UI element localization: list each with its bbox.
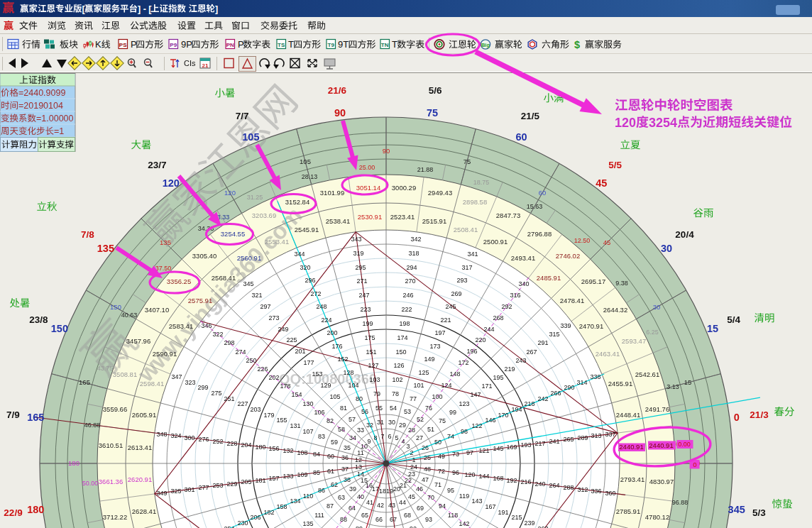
svg-text:241: 241	[549, 438, 559, 445]
svg-text:82: 82	[327, 417, 334, 424]
svg-text:150: 150	[51, 323, 68, 334]
svg-text:194: 194	[511, 406, 522, 413]
svg-text:21/5: 21/5	[521, 111, 540, 121]
svg-text:120: 120	[224, 189, 236, 197]
svg-text:197: 197	[434, 329, 445, 336]
svg-text:202: 202	[268, 374, 279, 381]
svg-text:90: 90	[383, 147, 390, 155]
svg-text:T9: T9	[328, 42, 335, 48]
svg-text:300: 300	[184, 434, 194, 441]
svg-text:119: 119	[459, 493, 469, 500]
svg-text:169: 169	[506, 444, 517, 451]
svg-text:242: 242	[537, 395, 548, 402]
svg-text:66: 66	[375, 516, 383, 523]
svg-text:345: 345	[728, 504, 745, 515]
svg-text:31: 31	[377, 419, 384, 426]
svg-text:175: 175	[364, 334, 375, 341]
svg-text:43: 43	[388, 502, 395, 509]
svg-text:63: 63	[338, 494, 345, 501]
svg-text:128: 128	[343, 369, 353, 376]
svg-text:79: 79	[373, 390, 380, 397]
svg-text:181: 181	[255, 477, 265, 484]
svg-text:171: 171	[481, 383, 492, 390]
svg-text:200: 200	[327, 329, 337, 336]
svg-text:32: 32	[366, 422, 373, 429]
svg-text:3101.99: 3101.99	[320, 189, 344, 197]
svg-text:301: 301	[184, 486, 194, 493]
svg-text:150: 150	[395, 348, 406, 356]
svg-text:2593.47: 2593.47	[622, 337, 646, 345]
svg-text:101: 101	[413, 382, 424, 389]
svg-text:155: 155	[276, 417, 287, 424]
svg-text:70: 70	[427, 494, 434, 501]
svg-text:240: 240	[534, 480, 545, 488]
svg-text:230: 230	[237, 519, 248, 527]
svg-text:5/4: 5/4	[727, 314, 740, 325]
svg-text:9.38: 9.38	[615, 280, 628, 287]
svg-text:35: 35	[344, 444, 351, 451]
svg-text:168: 168	[493, 475, 503, 482]
svg-text:2568.41: 2568.41	[212, 274, 236, 282]
svg-text:2583.41: 2583.41	[169, 322, 193, 330]
svg-text:173: 173	[429, 343, 440, 350]
svg-text:135: 135	[160, 238, 171, 246]
svg-text:50: 50	[434, 439, 441, 446]
svg-text:55: 55	[375, 405, 383, 412]
svg-text:2785.91: 2785.91	[616, 507, 640, 515]
svg-text:22: 22	[405, 477, 412, 484]
svg-text:243: 243	[515, 357, 526, 364]
svg-text:18.75: 18.75	[473, 179, 490, 186]
svg-text:43.75: 43.75	[97, 365, 114, 372]
svg-text:180: 180	[255, 444, 265, 451]
svg-text:292: 292	[501, 303, 512, 310]
svg-text:80: 80	[356, 395, 363, 402]
svg-text:150: 150	[110, 303, 121, 311]
svg-text:289: 289	[577, 434, 588, 441]
svg-text:216: 216	[520, 478, 531, 485]
svg-text:78: 78	[392, 390, 399, 397]
svg-text:46.88: 46.88	[84, 422, 101, 429]
svg-text:126: 126	[393, 362, 404, 369]
svg-text:131: 131	[290, 422, 300, 429]
svg-text:19: 19	[386, 488, 393, 495]
svg-text:120: 120	[464, 471, 475, 478]
svg-text:315: 315	[549, 331, 559, 338]
svg-text:$: $	[574, 39, 580, 50]
svg-text:15: 15	[707, 323, 718, 334]
svg-text:248: 248	[316, 303, 327, 310]
svg-text:95: 95	[447, 487, 454, 494]
svg-text:23/8: 23/8	[29, 314, 48, 325]
svg-text:7/9: 7/9	[6, 409, 20, 420]
svg-text:317: 317	[461, 264, 472, 271]
svg-text:7/8: 7/8	[81, 229, 94, 240]
svg-text:215: 215	[511, 514, 522, 521]
svg-text:3203.69: 3203.69	[252, 211, 276, 219]
svg-text:270: 270	[405, 277, 415, 285]
svg-text:56: 56	[361, 408, 368, 415]
svg-text:89: 89	[356, 525, 363, 528]
svg-text:28: 28	[408, 427, 415, 434]
svg-text:251: 251	[224, 395, 234, 402]
svg-text:30: 30	[388, 419, 395, 426]
svg-text:106: 106	[314, 409, 324, 416]
svg-text:71: 71	[434, 481, 441, 488]
svg-text:222: 222	[401, 306, 412, 313]
svg-text:263: 263	[537, 525, 548, 528]
svg-text:145: 145	[493, 445, 503, 452]
svg-text:54: 54	[390, 405, 397, 412]
svg-text:192: 192	[506, 477, 517, 484]
svg-text:62: 62	[331, 481, 338, 488]
svg-text:11: 11	[357, 449, 363, 456]
svg-text:2545.91: 2545.91	[295, 226, 319, 233]
svg-text:348: 348	[156, 431, 167, 438]
svg-text:339: 339	[560, 322, 571, 329]
svg-text:3254: 3254	[649, 116, 677, 130]
svg-text:170: 170	[498, 412, 508, 419]
svg-text:3457.96: 3457.96	[126, 337, 150, 345]
svg-text:53: 53	[404, 408, 411, 415]
svg-text:9: 9	[367, 438, 371, 445]
svg-text:46: 46	[416, 485, 423, 493]
svg-text:93: 93	[425, 516, 432, 523]
svg-text:67: 67	[390, 516, 397, 523]
svg-text:246: 246	[402, 292, 413, 299]
